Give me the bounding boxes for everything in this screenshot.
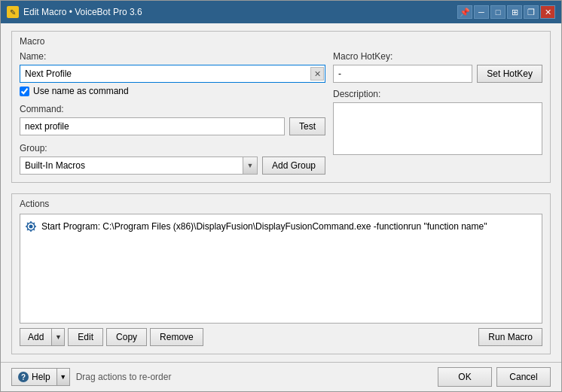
command-label: Command: (20, 104, 325, 114)
hotkey-row: Set HotKey (333, 65, 542, 83)
group-label-field: Group: (20, 143, 325, 153)
actions-group-box: Actions Start Program: C:\Program Files … (11, 193, 551, 354)
hotkey-label: Macro HotKey: (333, 51, 542, 62)
name-input[interactable] (20, 65, 325, 83)
use-name-label: Use name as command (33, 86, 129, 96)
clear-name-button[interactable]: ✕ (310, 67, 324, 81)
window-controls: 📌 ─ □ ⊞ ❐ ✕ (457, 5, 555, 19)
list-item: Start Program: C:\Program Files (x86)\Di… (25, 219, 537, 234)
title-bar: ✎ Edit Macro • VoiceBot Pro 3.6 📌 ─ □ ⊞ … (1, 1, 561, 23)
description-label: Description: (333, 89, 542, 99)
help-icon: ? (18, 372, 29, 382)
app-icon: ✎ (7, 6, 19, 18)
macro-top-area: Name: ✕ Use name as command Command: Tes… (20, 51, 542, 175)
window-title: Edit Macro • VoiceBot Pro 3.6 (23, 7, 453, 17)
edit-button[interactable]: Edit (68, 328, 103, 346)
set-hotkey-button[interactable]: Set HotKey (477, 65, 542, 83)
actions-list: Start Program: C:\Program Files (x86)\Di… (20, 214, 542, 324)
macro-section-label: Macro (20, 36, 542, 47)
main-window: ✎ Edit Macro • VoiceBot Pro 3.6 📌 ─ □ ⊞ … (0, 0, 562, 392)
test-button[interactable]: Test (289, 117, 325, 135)
maximize-button[interactable]: □ (490, 5, 505, 19)
use-name-checkbox[interactable] (20, 87, 29, 96)
command-row: Test (20, 117, 325, 135)
macro-group-box: Macro Name: ✕ Use name as command Comman… (11, 31, 551, 183)
add-button[interactable]: Add (20, 328, 51, 346)
gear-icon (25, 220, 37, 232)
close-button[interactable]: ✕ (540, 5, 555, 19)
description-textarea[interactable] (333, 102, 542, 155)
help-button[interactable]: ? Help (11, 368, 57, 386)
group-row: Built-In Macros Custom Default ▼ Add Gro… (20, 156, 325, 175)
use-name-row: Use name as command (20, 86, 325, 96)
help-split-button: ? Help ▼ (11, 368, 70, 386)
hotkey-input[interactable] (333, 65, 472, 83)
main-content: Macro Name: ✕ Use name as command Comman… (1, 23, 561, 362)
footer: ? Help ▼ Drag actions to re-order OK Can… (1, 362, 561, 391)
actions-toolbar: Add ▼ Edit Copy Remove Run Macro (20, 328, 542, 346)
name-label: Name: (20, 51, 325, 62)
add-group-button[interactable]: Add Group (262, 156, 325, 175)
macro-right-col: Macro HotKey: Set HotKey Description: (333, 51, 542, 175)
action-text: Start Program: C:\Program Files (x86)\Di… (41, 221, 487, 232)
command-input[interactable] (20, 117, 285, 135)
drag-hint: Drag actions to re-order (76, 372, 432, 382)
group-select[interactable]: Built-In Macros Custom Default (20, 156, 258, 175)
run-macro-button[interactable]: Run Macro (478, 328, 542, 346)
actions-section-label: Actions (20, 199, 542, 209)
remove-button[interactable]: Remove (150, 328, 203, 346)
help-dropdown-arrow[interactable]: ▼ (57, 368, 70, 386)
copy-button[interactable]: Copy (106, 328, 147, 346)
help-label: Help (32, 372, 50, 382)
restore-button[interactable]: ❐ (524, 5, 539, 19)
snap-button[interactable]: ⊞ (507, 5, 522, 19)
minimize-button[interactable]: ─ (474, 5, 489, 19)
name-input-wrapper: ✕ (20, 65, 325, 83)
cancel-button[interactable]: Cancel (496, 367, 551, 387)
macro-left-col: Name: ✕ Use name as command Command: Tes… (20, 51, 325, 175)
add-split-button: Add ▼ (20, 328, 65, 346)
add-dropdown-arrow[interactable]: ▼ (51, 328, 65, 346)
ok-button[interactable]: OK (438, 367, 492, 387)
svg-point-0 (29, 225, 33, 229)
pin-button[interactable]: 📌 (457, 5, 472, 19)
footer-buttons: OK Cancel (438, 367, 551, 387)
